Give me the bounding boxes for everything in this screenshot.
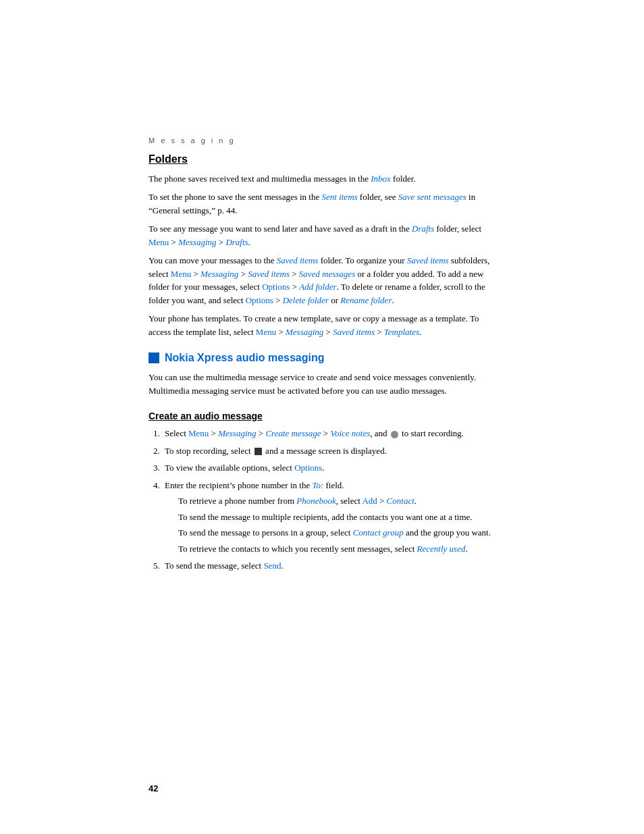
recently-used-link[interactable]: Recently used <box>417 544 466 554</box>
to-field-link[interactable]: To: <box>312 480 323 490</box>
section-label: M e s s a g i n g <box>149 135 495 147</box>
step4-sub4: To retrieve the contacts to which you re… <box>178 542 495 556</box>
saved-items-link4[interactable]: Saved items <box>333 327 375 337</box>
folders-para3: To see any message you want to send late… <box>149 222 495 249</box>
rename-folder-link[interactable]: Rename folder <box>340 295 392 305</box>
options-link1[interactable]: Options <box>262 282 290 292</box>
inbox-link[interactable]: Inbox <box>371 174 391 184</box>
page-container: M e s s a g i n g Folders The phone save… <box>0 0 644 834</box>
step4-sub2: To send the message to multiple recipien… <box>178 511 495 524</box>
contact-group-link[interactable]: Contact group <box>353 527 404 538</box>
step4-sub3: To send the message to persons in a grou… <box>178 526 495 540</box>
saved-items-link1[interactable]: Saved items <box>277 255 319 265</box>
saved-items-link3[interactable]: Saved items <box>248 269 290 279</box>
create-message-link[interactable]: Create message <box>265 428 321 438</box>
blue-square-icon <box>149 353 159 363</box>
nokia-xpress-para1: You can use the multimedia message servi… <box>149 371 495 397</box>
folders-section: Folders The phone saves received text an… <box>149 153 495 339</box>
nokia-xpress-section: Nokia Xpress audio messaging You can use… <box>149 352 495 397</box>
step-1: Select Menu > Messaging > Create message… <box>162 427 495 440</box>
step-5: To send the message, select Send. <box>162 559 495 573</box>
voice-notes-link[interactable]: Voice notes <box>330 428 370 438</box>
send-link[interactable]: Send <box>263 561 281 571</box>
steps-list: Select Menu > Messaging > Create message… <box>162 427 495 573</box>
record-icon <box>391 431 398 438</box>
menu-link2[interactable]: Menu <box>171 269 191 279</box>
saved-items-link2[interactable]: Saved items <box>407 255 449 265</box>
add-link[interactable]: Add <box>362 496 377 506</box>
menu-link3[interactable]: Menu <box>256 327 276 337</box>
drafts-link1[interactable]: Drafts <box>412 224 434 234</box>
folders-para1: The phone saves received text and multim… <box>149 172 495 186</box>
add-folder-link[interactable]: Add folder <box>299 282 336 292</box>
phonebook-link[interactable]: Phonebook <box>296 496 336 506</box>
menu-link1[interactable]: Menu <box>149 237 169 247</box>
step-3: To view the available options, select Op… <box>162 461 495 475</box>
save-sent-messages-link[interactable]: Save sent messages <box>398 192 466 202</box>
folders-title: Folders <box>149 153 495 165</box>
options-link2[interactable]: Options <box>246 295 273 305</box>
menu-link4[interactable]: Menu <box>188 428 209 438</box>
nokia-xpress-title: Nokia Xpress audio messaging <box>149 352 495 364</box>
messaging-link2[interactable]: Messaging <box>200 269 238 279</box>
folders-para4: You can move your messages to the Saved … <box>149 254 495 307</box>
messaging-link3[interactable]: Messaging <box>286 327 323 337</box>
step-4: Enter the recipient’s phone number in th… <box>162 479 495 556</box>
saved-messages-link[interactable]: Saved messages <box>299 269 355 279</box>
folders-para5: Your phone has templates. To create a ne… <box>149 312 495 338</box>
sent-items-link[interactable]: Sent items <box>322 192 358 202</box>
templates-link[interactable]: Templates <box>384 327 419 337</box>
messaging-link4[interactable]: Messaging <box>218 428 256 438</box>
messaging-link1[interactable]: Messaging <box>178 237 216 247</box>
step4-sub1: To retrieve a phone number from Phoneboo… <box>178 494 495 508</box>
stop-icon <box>254 448 262 455</box>
create-audio-section: Create an audio message Select Menu > Me… <box>149 411 495 573</box>
drafts-link2[interactable]: Drafts <box>225 237 248 247</box>
options-link3[interactable]: Options <box>294 463 322 473</box>
delete-folder-link[interactable]: Delete folder <box>283 295 329 305</box>
create-audio-title: Create an audio message <box>149 411 495 421</box>
contact-link[interactable]: Contact <box>387 496 414 506</box>
page-number: 42 <box>149 783 158 793</box>
folders-para2: To set the phone to save the sent messag… <box>149 190 495 217</box>
step-2: To stop recording, select and a message … <box>162 444 495 458</box>
